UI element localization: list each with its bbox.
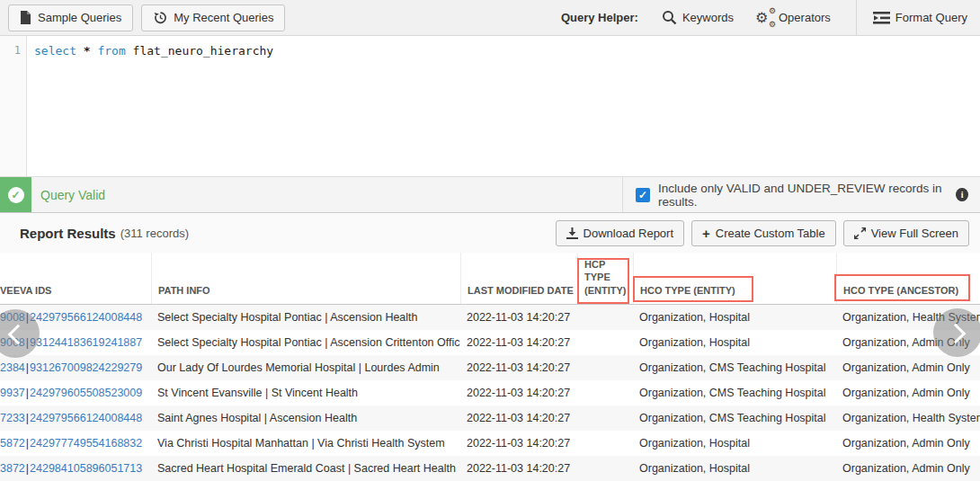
id-part: 7233	[0, 412, 25, 424]
valid-records-checkbox[interactable]: ✓	[636, 188, 650, 202]
sql-query-text: select * from flat_neuro_hierarchy	[34, 44, 273, 58]
query-valid-status: Query Valid	[40, 177, 105, 212]
download-report-button[interactable]: Download Report	[556, 220, 684, 246]
cell-hcp-type	[577, 305, 633, 330]
query-helper-label: Query Helper:	[561, 11, 638, 24]
table-row: 9008|242979566124008448 Select Specialty…	[0, 305, 980, 330]
sample-queries-button[interactable]: Sample Queries	[8, 4, 133, 31]
cell-last-modified: 2022-11-03 14:20:27	[460, 355, 577, 380]
cell-veeva-ids: 9937|242979605508523009	[0, 380, 151, 405]
check-circle-icon: ✓	[8, 187, 24, 203]
cell-veeva-ids: 2384|931267009824229279	[0, 355, 151, 380]
cell-veeva-ids: 7233|242979566124008448	[0, 405, 151, 431]
cell-path-info: Our Lady Of Lourdes Memorial Hospital | …	[151, 355, 460, 380]
results-table-header: VEEVA IDS PATH INFO LAST MODIFIED DATE H…	[0, 253, 980, 305]
cell-veeva-ids: 5872|242977749554168832	[0, 431, 151, 456]
info-icon[interactable]: i	[956, 188, 968, 201]
valid-records-checkbox-label: Include only VALID and UNDER_REVIEW reco…	[658, 182, 956, 209]
cell-hco-type-entity: Organization, Hospital	[633, 305, 836, 330]
cell-path-info: Select Specialty Hospital Pontiac | Asce…	[151, 330, 460, 355]
query-toolbar: Sample Queries My Recent Queries Query H…	[0, 0, 980, 36]
cell-path-info: Select Specialty Hospital Pontiac | Asce…	[151, 305, 460, 330]
id-part: 242979605508523009	[30, 387, 142, 399]
id-part: 931267009824229279	[30, 361, 142, 374]
id-part: 931244183619241887	[30, 336, 142, 349]
cell-hco-type-entity: Organization, Hospital	[633, 330, 836, 355]
operators-button[interactable]: ⚙⚙⚙ Operators	[757, 10, 831, 26]
download-report-label: Download Report	[584, 227, 673, 240]
cell-hco-type-ancestor: Organization, Admin Only	[836, 431, 980, 456]
cell-hco-type-entity: Organization, CMS Teaching Hospital	[633, 405, 836, 431]
column-header-hcp-type-entity: HCP TYPE (ENTITY)	[577, 253, 633, 304]
cell-hco-type-entity: Organization, Hospital	[633, 431, 836, 456]
file-icon	[20, 11, 31, 24]
column-header-hco-type-ancestor: HCO TYPE (ANCESTOR)	[836, 253, 980, 304]
cell-hco-type-entity: Organization, CMS Teaching Hospital	[633, 355, 836, 380]
cell-hco-type-entity: Organization, Hospital	[633, 456, 836, 481]
cell-path-info: Via Christi Hospital Manhattan | Via Chr…	[151, 431, 460, 456]
veeva-id-link[interactable]: 7233|242979566124008448	[0, 412, 142, 424]
sql-keyword-from: from	[97, 44, 125, 58]
cell-last-modified: 2022-11-03 14:20:27	[460, 456, 577, 481]
veeva-id-link[interactable]: 2384|931267009824229279	[0, 361, 142, 374]
veeva-id-link[interactable]: 5872|242977749554168832	[0, 437, 142, 450]
id-part: 9937	[0, 387, 25, 399]
cell-hco-type-ancestor: Organization, Admin Only	[836, 380, 980, 405]
my-recent-queries-label: My Recent Queries	[174, 11, 273, 24]
valid-status-chip: ✓	[0, 177, 31, 212]
column-header-last-modified-date: LAST MODIFIED DATE	[460, 253, 577, 304]
keywords-label: Keywords	[682, 11, 734, 24]
plus-icon: +	[702, 227, 710, 240]
next-page-button[interactable]	[933, 308, 980, 357]
editor-gutter: 1	[0, 36, 27, 176]
view-full-screen-button[interactable]: View Full Screen	[843, 220, 969, 246]
table-row: 5872|242977749554168832 Via Christi Hosp…	[0, 431, 980, 456]
id-part: 242977749554168832	[30, 437, 142, 450]
toolbar-left-group: Sample Queries My Recent Queries	[0, 4, 285, 31]
sample-queries-label: Sample Queries	[38, 11, 121, 24]
create-custom-table-button[interactable]: + Create Custom Table	[691, 220, 836, 246]
chevron-right-icon	[946, 324, 967, 344]
cell-last-modified: 2022-11-03 14:20:27	[460, 431, 577, 456]
results-actions: Download Report + Create Custom Table Vi…	[556, 220, 969, 246]
cell-path-info: St Vincent Evansville | St Vincent Healt…	[151, 380, 460, 405]
gears-icon: ⚙⚙⚙	[757, 10, 773, 26]
format-query-button[interactable]: Format Query	[873, 11, 967, 24]
cell-path-info: Saint Agnes Hospital | Ascension Health	[151, 405, 460, 431]
history-icon	[153, 11, 167, 24]
toolbar-divider	[856, 0, 857, 36]
my-recent-queries-button[interactable]: My Recent Queries	[141, 4, 285, 31]
sql-star: *	[84, 44, 91, 58]
id-part: 3872	[0, 462, 25, 475]
sql-editor[interactable]: 1 select * from flat_neuro_hierarchy	[0, 36, 980, 176]
cell-hco-type-ancestor: Organization, Health System	[836, 405, 980, 431]
veeva-id-link[interactable]: 3872|242984105896051713	[0, 462, 142, 475]
id-part: 242979566124008448	[30, 412, 142, 424]
format-icon	[873, 12, 890, 24]
results-table: VEEVA IDS PATH INFO LAST MODIFIED DATE H…	[0, 253, 980, 481]
cell-hcp-type	[577, 405, 633, 431]
cell-last-modified: 2022-11-03 14:20:27	[460, 405, 577, 431]
keywords-button[interactable]: Keywords	[662, 10, 734, 25]
cell-hcp-type	[577, 456, 633, 481]
table-row: 9008|931244183619241887 Select Specialty…	[0, 330, 980, 355]
id-part: 2384	[0, 361, 25, 374]
chevron-left-icon	[8, 325, 29, 345]
cell-hcp-type	[577, 330, 633, 355]
cell-hco-type-ancestor: Organization, Admin Only	[836, 355, 980, 380]
fullscreen-icon	[854, 227, 866, 239]
line-number: 1	[14, 44, 21, 57]
sql-table-name: flat_neuro_hierarchy	[133, 44, 274, 58]
operators-label: Operators	[779, 11, 831, 24]
cell-path-info: Sacred Heart Hospital Emerald Coast | Sa…	[151, 456, 460, 481]
id-part: 5872	[0, 437, 25, 450]
view-full-screen-label: View Full Screen	[871, 227, 958, 240]
cell-hco-type-entity: Organization, CMS Teaching Hospital	[633, 380, 836, 405]
table-row: 9937|242979605508523009 St Vincent Evans…	[0, 380, 980, 405]
format-query-label: Format Query	[895, 11, 967, 24]
veeva-id-link[interactable]: 9937|242979605508523009	[0, 387, 142, 399]
cell-last-modified: 2022-11-03 14:20:27	[460, 305, 577, 330]
query-app: Sample Queries My Recent Queries Query H…	[0, 0, 980, 481]
results-table-body: 9008|242979566124008448 Select Specialty…	[0, 305, 980, 481]
cell-last-modified: 2022-11-03 14:20:27	[460, 330, 577, 355]
